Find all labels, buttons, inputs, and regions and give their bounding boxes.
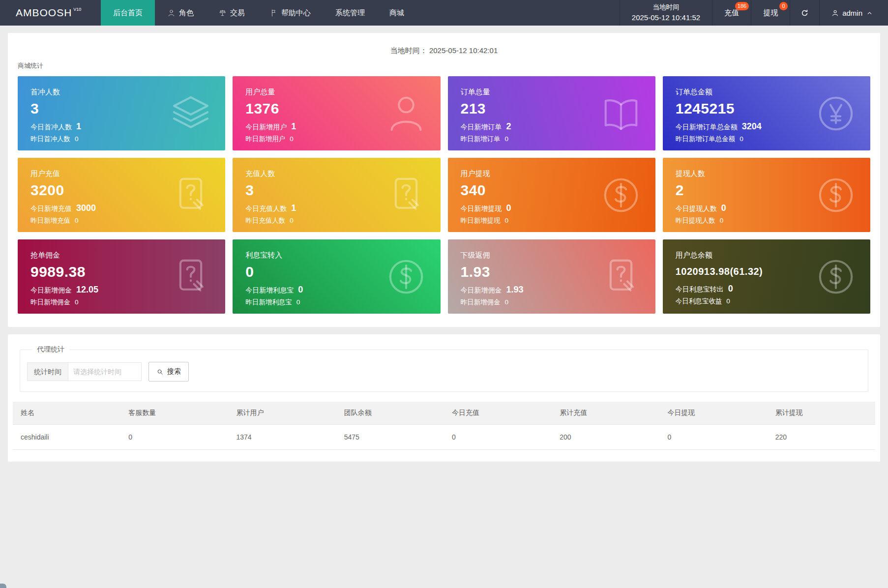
agent-stats-fieldset: 代理统计 统计时间 搜索 xyxy=(20,345,868,392)
card-line-label: 昨日新增用户 xyxy=(245,135,285,144)
card-line-label: 昨日新增佣金 xyxy=(30,298,70,307)
menu-item-label: 帮助中心 xyxy=(281,8,311,18)
card-line-value: 0 xyxy=(726,297,730,305)
local-time-label: 当地时间 xyxy=(652,2,679,12)
stat-card-downline-rebate: 下级返佣 1.93 今日新增佣金1.93 昨日新增佣金0 xyxy=(448,239,655,314)
user-icon xyxy=(831,9,839,17)
refresh-icon xyxy=(800,8,809,18)
card-line-label: 今日利息宝收益 xyxy=(676,297,722,306)
card-line-value: 0 xyxy=(75,217,79,224)
table-header-row: 姓名 客服数量 累计用户 团队余额 今日充值 累计充值 今日提现 累计提现 xyxy=(13,402,875,425)
card-line-label: 昨日提现人数 xyxy=(676,216,715,225)
withdraw-button[interactable]: 提现 0 xyxy=(751,0,790,26)
card-line-value: 3204 xyxy=(742,121,762,132)
bottom-left-partial-element xyxy=(0,584,6,588)
col-total-users: 累计用户 xyxy=(229,402,336,425)
search-button[interactable]: 搜索 xyxy=(148,362,189,382)
contract-icon xyxy=(168,173,213,218)
mall-stats-panel: 当地时间： 2025-05-12 10:42:01 商城统计 首冲人数 3 今日… xyxy=(8,33,880,327)
stat-card-first-recharge-users: 首冲人数 3 今日首冲人数1 昨日首冲人数0 xyxy=(18,76,225,150)
card-line-label: 昨日新增佣金 xyxy=(461,298,501,307)
dollar-circle-icon xyxy=(384,254,429,299)
cell-total-recharge: 200 xyxy=(552,425,659,450)
agent-stats-panel: 代理统计 统计时间 搜索 姓名 客服数量 累计用户 团队余额 今日充值 累计充值 xyxy=(8,334,880,462)
card-line-value: 0 xyxy=(290,135,294,143)
table-row: ceshidaili 0 1374 5475 0 200 0 220 xyxy=(13,425,875,450)
menu-item-system-admin[interactable]: 系统管理 xyxy=(323,0,377,26)
search-icon xyxy=(156,368,164,376)
card-line-label: 今日首冲人数 xyxy=(30,123,72,132)
col-total-recharge: 累计充值 xyxy=(552,402,659,425)
card-line-value: 0 xyxy=(505,135,509,143)
card-line-value: 0 xyxy=(505,298,509,306)
local-time-block: 当地时间 2025-05-12 10:41:52 xyxy=(620,0,712,26)
withdraw-badge: 0 xyxy=(779,2,788,10)
cell-name: ceshidaili xyxy=(13,425,120,450)
card-line-value: 1 xyxy=(291,203,296,213)
card-line-label: 今日新增订单 xyxy=(461,123,502,132)
stat-card-user-recharge: 用户充值 3200 今日新增充值3000 昨日新增充值0 xyxy=(18,158,225,232)
recharge-button[interactable]: 充值 186 xyxy=(712,0,751,26)
card-line-value: 0 xyxy=(720,217,724,224)
card-line-label: 今日新增订单总金额 xyxy=(676,123,738,132)
card-line-label: 昨日新增充值 xyxy=(30,216,70,225)
mall-stats-title: 商城统计 xyxy=(18,61,870,70)
stat-time-label: 统计时间 xyxy=(27,362,68,381)
stat-card-total-orders: 订单总量 213 今日新增订单2 昨日新增订单0 xyxy=(448,76,655,150)
card-line-value: 0 xyxy=(728,284,733,294)
cell-service-count: 0 xyxy=(120,425,228,450)
card-line-label: 昨日充值人数 xyxy=(245,216,285,225)
col-total-withdraw: 累计提现 xyxy=(768,402,875,425)
search-button-label: 搜索 xyxy=(167,367,181,376)
card-line-label: 今日充值人数 xyxy=(245,205,287,213)
card-line-label: 昨日新增利息宝 xyxy=(245,298,292,307)
card-line-value: 0 xyxy=(296,298,300,306)
col-service-count: 客服数量 xyxy=(120,402,228,425)
card-line-label: 今日利息宝转出 xyxy=(676,285,724,294)
stat-card-order-commission: 抢单佣金 9989.38 今日新增佣金12.05 昨日新增佣金0 xyxy=(18,239,225,314)
menu-item-mall[interactable]: 商城 xyxy=(377,0,416,26)
card-line-label: 昨日首冲人数 xyxy=(30,135,70,144)
card-line-value: 0 xyxy=(290,217,294,224)
card-line-value: 12.05 xyxy=(76,285,98,295)
card-line-label: 今日提现人数 xyxy=(676,205,717,213)
stat-card-interest-transfer-in: 利息宝转入 0 今日新增利息宝0 昨日新增利息宝0 xyxy=(233,239,440,314)
dollar-circle-icon xyxy=(813,254,858,299)
stat-card-total-users: 用户总量 1376 今日新增用户1 昨日新增用户0 xyxy=(233,76,440,150)
user-menu[interactable]: admin xyxy=(819,0,888,26)
book-icon xyxy=(598,91,644,136)
card-line-label: 昨日新增订单总金额 xyxy=(676,135,736,144)
main-menu: 后台首页 角色 交易 帮助中心 系统管理 商城 xyxy=(101,0,416,26)
card-line-value: 2 xyxy=(506,121,511,132)
menu-item-label: 系统管理 xyxy=(335,8,365,18)
menu-item-label: 商城 xyxy=(389,8,404,18)
cell-team-balance: 5475 xyxy=(336,425,444,450)
withdraw-label: 提现 xyxy=(763,8,778,18)
stat-card-withdraw-users: 提现人数 2 今日提现人数0 昨日提现人数0 xyxy=(663,158,870,232)
cell-today-withdraw: 0 xyxy=(660,425,768,450)
username: admin xyxy=(842,9,862,17)
yen-circle-icon xyxy=(813,91,858,136)
card-line-label: 今日新增利息宝 xyxy=(245,286,294,295)
stat-time-input[interactable] xyxy=(68,362,142,381)
col-today-withdraw: 今日提现 xyxy=(660,402,768,425)
card-line-label: 今日新增佣金 xyxy=(30,286,72,295)
menu-item-label: 角色 xyxy=(179,8,194,18)
menu-item-roles[interactable]: 角色 xyxy=(155,0,206,26)
user-icon xyxy=(384,91,429,136)
card-line-value: 0 xyxy=(298,285,303,295)
card-line-label: 昨日新增提现 xyxy=(461,216,501,225)
contract-icon xyxy=(384,173,429,218)
menu-item-home[interactable]: 后台首页 xyxy=(101,0,155,26)
flag-icon xyxy=(269,9,278,17)
card-line-value: 0 xyxy=(505,217,509,224)
refresh-button[interactable] xyxy=(790,0,819,26)
card-line-value: 0 xyxy=(75,135,79,143)
card-line-label: 今日新增提现 xyxy=(461,205,502,213)
menu-item-help-center[interactable]: 帮助中心 xyxy=(257,0,323,26)
menu-item-trade[interactable]: 交易 xyxy=(206,0,257,26)
col-name: 姓名 xyxy=(13,402,120,425)
agent-table: 姓名 客服数量 累计用户 团队余额 今日充值 累计充值 今日提现 累计提现 ce… xyxy=(13,402,875,450)
stat-cards-grid: 首冲人数 3 今日首冲人数1 昨日首冲人数0 用户总量 1376 今日新增用户1… xyxy=(18,76,870,314)
col-team-balance: 团队余额 xyxy=(336,402,444,425)
